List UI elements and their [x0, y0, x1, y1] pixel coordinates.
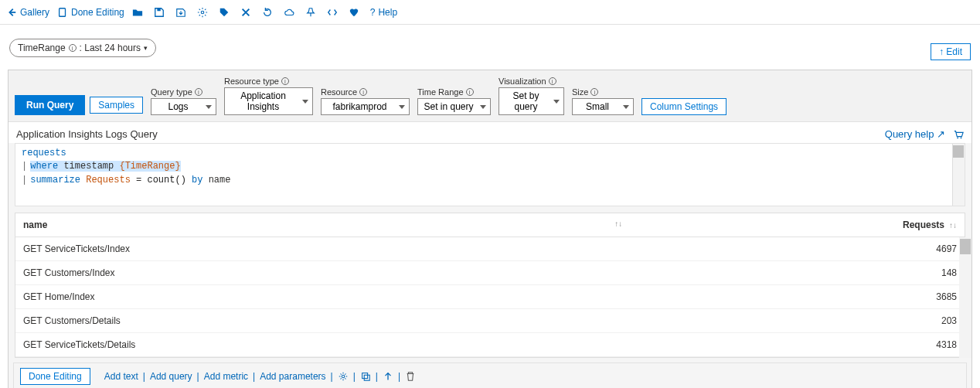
help-icon: ?: [370, 7, 376, 18]
external-link-icon: ↗: [937, 128, 945, 140]
gear-icon[interactable]: [338, 371, 349, 382]
gallery-label: Gallery: [20, 7, 49, 18]
param-label: TimeRange: [18, 43, 66, 53]
cell-requests: 203: [630, 309, 965, 333]
table-scrollbar[interactable]: [959, 237, 971, 358]
help-label: Help: [378, 7, 397, 18]
table-row[interactable]: GET Customers/Index148: [15, 261, 965, 285]
parameters-row: TimeRange i : Last 24 hours ▾: [0, 25, 980, 63]
move-up-icon[interactable]: [383, 371, 393, 382]
add-metric-link[interactable]: Add metric: [204, 371, 248, 382]
svg-rect-8: [364, 375, 369, 380]
resource-type-select[interactable]: Application Insights: [224, 87, 313, 115]
timerange-parameter[interactable]: TimeRange i : Last 24 hours ▾: [9, 39, 156, 57]
results-table: name↑↓ Requests↑↓ GET ServiceTickets/Ind…: [15, 213, 965, 358]
query-type-select[interactable]: Logs: [151, 98, 216, 115]
resource-label: Resourcei: [321, 87, 410, 97]
svg-rect-1: [60, 8, 66, 16]
svg-point-6: [342, 375, 345, 378]
add-query-link[interactable]: Add query: [150, 371, 192, 382]
col-requests[interactable]: Requests↑↓: [630, 213, 965, 237]
document-icon: [57, 7, 68, 18]
save-as-icon[interactable]: [175, 7, 189, 18]
help-link[interactable]: ? Help: [370, 7, 397, 18]
size-select[interactable]: Small: [572, 98, 634, 115]
cell-requests: 148: [630, 261, 965, 285]
info-icon: i: [359, 88, 367, 96]
sort-icon: ↑↓: [610, 220, 622, 228]
time-range-label: Time Rangei: [417, 87, 491, 97]
query-panel: Run Query Samples Query typei Logs Resou…: [8, 70, 972, 388]
arrow-left-icon: [6, 7, 17, 18]
table-row[interactable]: GET ServiceTickets/Index4697: [15, 237, 965, 261]
column-settings-button[interactable]: Column Settings: [641, 98, 726, 115]
cell-requests: 4697: [630, 237, 965, 261]
query-editor[interactable]: requests |where timestamp {TimeRange} |s…: [15, 143, 965, 206]
cloud-icon[interactable]: [284, 7, 298, 18]
resource-type-label: Resource typei: [224, 77, 313, 86]
clone-icon[interactable]: [360, 371, 371, 382]
time-range-select[interactable]: Set in query: [417, 98, 491, 115]
svg-point-4: [957, 137, 958, 138]
chevron-down-icon: ▾: [144, 44, 148, 52]
info-icon: i: [69, 44, 77, 52]
heart-icon[interactable]: [349, 7, 362, 18]
cell-requests: 4318: [630, 333, 965, 357]
param-value: : Last 24 hours: [80, 43, 141, 53]
table-row[interactable]: GET Home/Index3685: [15, 285, 965, 309]
add-text-link[interactable]: Add text: [104, 371, 138, 382]
open-icon[interactable]: [132, 7, 146, 18]
svg-rect-2: [157, 8, 160, 11]
cell-requests: 3685: [630, 285, 965, 309]
cell-name: GET Home/Index: [15, 285, 630, 309]
back-to-gallery[interactable]: Gallery: [6, 7, 49, 18]
table-row[interactable]: GET ServiceTickets/Details4318: [15, 333, 965, 357]
settings-icon[interactable]: [197, 7, 211, 18]
svg-point-5: [961, 137, 962, 138]
pin-icon[interactable]: [305, 7, 319, 18]
refresh-icon[interactable]: [262, 7, 276, 18]
code-icon[interactable]: [327, 7, 341, 18]
footer-toolbar: Done Editing Add text | Add query | Add …: [13, 362, 967, 388]
query-subtitle: Application Insights Logs Query: [16, 128, 158, 140]
done-editing-label: Done Editing: [71, 7, 124, 18]
svg-rect-7: [362, 373, 367, 379]
cell-name: GET ServiceTickets/Index: [15, 237, 630, 261]
top-toolbar: Gallery Done Editing ? Help: [0, 0, 980, 25]
done-editing-bottom[interactable]: Done Editing: [20, 368, 90, 385]
tag-icon[interactable]: [219, 7, 233, 18]
run-query-button[interactable]: Run Query: [15, 95, 85, 115]
cart-icon[interactable]: [953, 129, 964, 140]
cell-name: GET ServiceTickets/Details: [15, 333, 630, 357]
info-icon: i: [281, 77, 289, 85]
add-parameters-link[interactable]: Add parameters: [260, 371, 325, 382]
visualization-label: Visualizationi: [499, 77, 564, 86]
code-token: requests: [22, 148, 66, 158]
info-icon: i: [466, 88, 474, 96]
info-icon: i: [549, 77, 556, 85]
col-name[interactable]: name↑↓: [15, 213, 630, 237]
query-type-label: Query typei: [151, 87, 216, 97]
visualization-select[interactable]: Set by query: [499, 87, 564, 115]
size-label: Sizei: [572, 87, 634, 97]
delete-icon[interactable]: [405, 371, 416, 382]
edit-button[interactable]: ↑ Edit: [931, 43, 971, 60]
info-icon: i: [195, 88, 202, 96]
done-editing-top[interactable]: Done Editing: [57, 7, 124, 18]
resource-select[interactable]: fabrikamprod: [321, 98, 410, 115]
cell-name: GET Customers/Index: [15, 261, 630, 285]
editor-scrollbar[interactable]: [952, 144, 965, 206]
save-icon[interactable]: [154, 7, 168, 18]
query-help-link[interactable]: Query help ↗: [885, 128, 945, 140]
samples-button[interactable]: Samples: [90, 97, 143, 114]
cell-name: GET Customers/Details: [15, 309, 630, 333]
info-icon: i: [590, 88, 598, 96]
svg-point-3: [201, 11, 204, 14]
query-toolbar: Run Query Samples Query typei Logs Resou…: [9, 70, 971, 122]
close-icon[interactable]: [240, 7, 254, 18]
sort-icon: ↑↓: [944, 221, 957, 230]
table-row[interactable]: GET Customers/Details203: [15, 309, 965, 333]
